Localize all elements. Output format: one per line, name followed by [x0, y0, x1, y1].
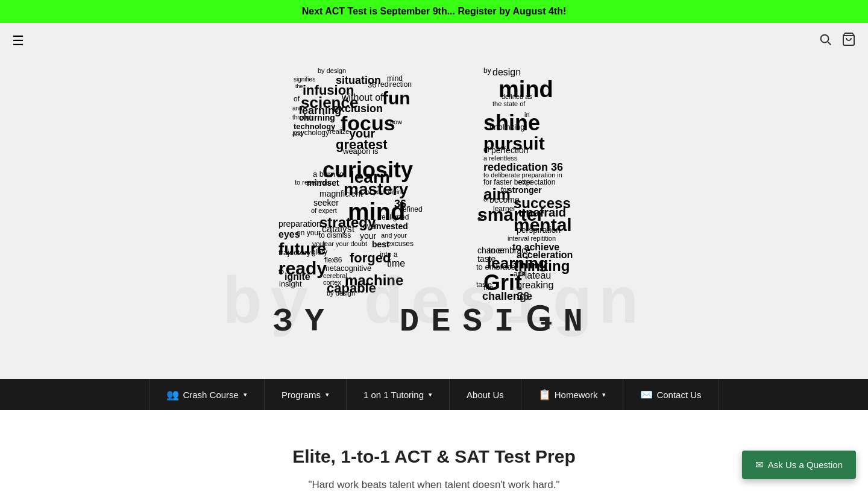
cart-icon[interactable]	[841, 32, 856, 50]
word-cloud-word: insight	[279, 280, 302, 288]
nav-item-tutoring[interactable]: 1 on 1 Tutoring ▾	[347, 379, 450, 410]
nav-item-programs[interactable]: Programs ▾	[265, 379, 347, 410]
word-cloud-word: realize	[330, 128, 349, 135]
word-cloud-word: in	[524, 111, 530, 118]
nav-bar: 👥Crash Course ▾Programs ▾1 on 1 Tutoring…	[0, 379, 868, 410]
header-left: ☰	[12, 33, 24, 49]
word-cloud-word: to	[278, 268, 284, 275]
nav-item-about-us[interactable]: About Us	[450, 379, 521, 410]
word-cloud-word: weapon is	[343, 147, 379, 156]
top-banner: Next ACT Test is September 9th... Regist…	[0, 0, 868, 23]
word-cloud-word: stronger	[508, 186, 542, 195]
main-subtitle: "Hard work beats talent when talent does…	[309, 479, 560, 491]
word-cloud-word: breaking	[517, 280, 553, 291]
word-cloud-word: the	[295, 84, 303, 90]
nav-icon-homework: 📋	[538, 388, 551, 401]
nav-icon-crash-course: 👥	[166, 388, 179, 401]
word-cloud-word: on your	[297, 229, 321, 237]
word-cloud-word: excuses	[387, 240, 414, 248]
header-right	[819, 32, 856, 50]
word-cloud-word: 36	[368, 81, 376, 89]
word-cloud-word: of expert	[311, 207, 337, 214]
word-cloud-word: perspiration	[517, 226, 561, 235]
word-cloud-word: mindset	[307, 179, 339, 188]
chevron-down-icon: ▾	[326, 391, 329, 399]
word-cloud-word: time	[387, 258, 405, 269]
ask-btn-label: Ask Us a Question	[768, 460, 843, 470]
chevron-down-icon: ▾	[244, 391, 247, 399]
word-cloud-word: interval repitition	[508, 235, 556, 242]
menu-icon[interactable]: ☰	[12, 33, 24, 49]
main-content: Elite, 1-to-1 ACT & SAT Test Prep "Hard …	[0, 410, 868, 491]
nav-icon-contact-us: ✉️	[640, 388, 653, 401]
nav-label-programs: Programs	[281, 390, 321, 400]
word-cloud-word: design	[492, 67, 521, 78]
svg-point-0	[821, 35, 829, 43]
svg-line-1	[828, 42, 831, 45]
ask-btn-icon: ✉	[755, 459, 763, 470]
word-cloud-word: by	[483, 67, 491, 75]
word-cloud-word: to dismiss	[319, 232, 351, 239]
nav-item-contact-us[interactable]: ✉️Contact Us	[623, 379, 719, 410]
word-cloud-word: without of	[342, 92, 383, 103]
word-cloud-word: of your divine	[366, 188, 405, 195]
banner-text: Next ACT Test is September 9th... Regist…	[302, 6, 567, 16]
chevron-down-icon: ▾	[429, 391, 432, 399]
nav-label-about-us: About Us	[467, 390, 504, 400]
ask-us-button[interactable]: ✉ Ask Us a Question	[742, 451, 856, 479]
word-cloud-word: preparation	[278, 220, 321, 229]
header: ☰	[0, 23, 868, 59]
brand-logo-text: ЗΥ DESIǤN	[0, 300, 868, 346]
word-cloud-word: trajectory	[278, 249, 310, 257]
nav-label-crash-course: Crash Course	[183, 390, 239, 400]
word-cloud: by designsignifiessituationmindtheinfusi…	[277, 65, 591, 294]
word-cloud-word: now	[390, 118, 402, 125]
nav-item-crash-course[interactable]: 👥Crash Course ▾	[149, 379, 265, 410]
word-cloud-word: psychology	[293, 129, 329, 137]
nav-label-contact-us: Contact Us	[656, 390, 701, 400]
word-cloud-word: signifies	[294, 76, 315, 83]
search-icon[interactable]	[819, 33, 832, 49]
word-cloud-word: fun	[382, 88, 410, 108]
word-cloud-word: Plateau	[518, 270, 551, 281]
nav-label-tutoring: 1 on 1 Tutoring	[363, 390, 424, 400]
word-cloud-word: by design	[327, 290, 355, 297]
word-cloud-word: fear your doubt	[322, 240, 367, 247]
nav-label-homework: Homework	[555, 390, 598, 400]
word-cloud-word: and your	[381, 232, 407, 239]
word-cloud-word: unblinking	[489, 123, 525, 131]
word-cloud-word: of	[483, 146, 489, 154]
word-cloud-word: realigned	[379, 214, 409, 221]
nav-item-homework[interactable]: 📋Homework ▾	[521, 379, 624, 410]
word-cloud-word: invested	[374, 222, 408, 231]
word-cloud-word: of	[294, 95, 300, 103]
word-cloud-word: the state of	[492, 100, 525, 107]
word-cloud-word: of	[483, 195, 489, 203]
word-cloud-word: defined as	[502, 93, 532, 100]
word-cloud-word: by design	[318, 67, 346, 74]
word-cloud-word: learner	[493, 205, 515, 213]
chevron-down-icon: ▾	[602, 391, 606, 399]
main-title: Elite, 1-to-1 ACT & SAT Test Prep	[292, 446, 576, 467]
word-cloud-word: of	[477, 215, 483, 222]
hero-section: by designsignifiessituationmindtheinfusi…	[0, 59, 868, 379]
